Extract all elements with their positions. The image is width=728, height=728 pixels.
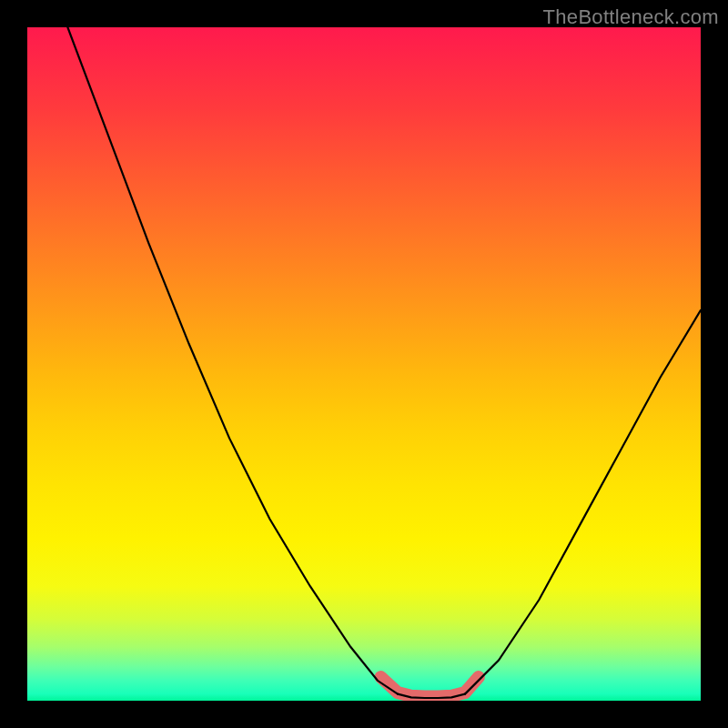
chart-frame: TheBottleneck.com <box>0 0 728 728</box>
right-curve <box>465 310 701 694</box>
left-curve <box>67 27 398 694</box>
chart-svg <box>27 27 701 701</box>
watermark-text: TheBottleneck.com <box>543 5 719 29</box>
plot-area <box>27 27 701 701</box>
